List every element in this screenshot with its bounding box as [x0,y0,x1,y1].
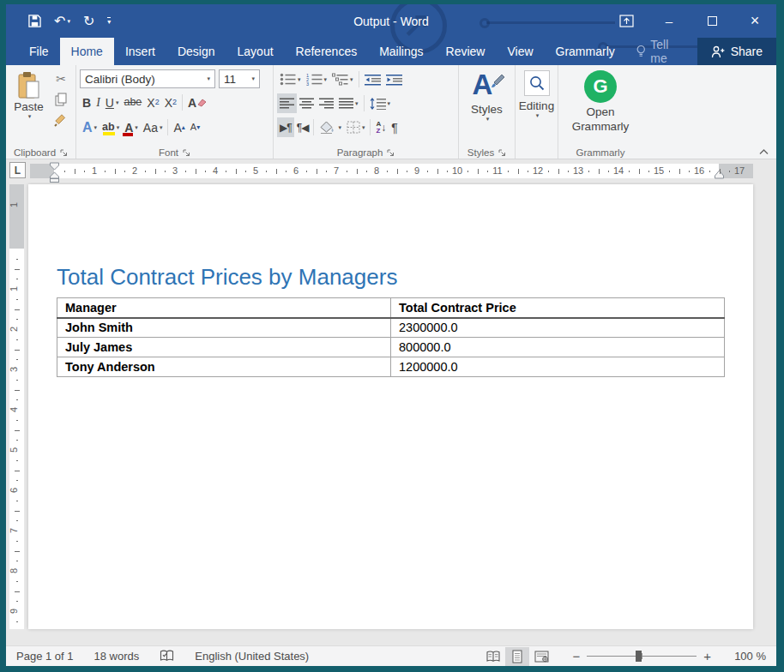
tab-grammarly[interactable]: Grammarly [545,38,626,65]
tab-mailings[interactable]: Mailings [368,38,434,65]
print-layout-button[interactable] [505,647,529,666]
line-spacing-button[interactable]: ▾ [367,93,394,113]
paste-button[interactable]: Paste ▾ [9,69,48,130]
tab-layout[interactable]: Layout [226,38,285,65]
clear-formatting-button[interactable]: A [185,93,209,112]
table-cell-price[interactable]: 800000.0 [391,338,725,357]
ruler-tick [16,581,18,582]
strikethrough-button[interactable]: abe [121,93,144,112]
show-formatting-button[interactable]: ¶ [389,117,401,137]
styles-dialog-launcher[interactable] [498,149,506,157]
text-effects-button[interactable]: A▾ [80,117,100,137]
close-button[interactable]: × [733,9,776,34]
table-cell-price[interactable]: 2300000.0 [391,318,725,338]
multilevel-list-button[interactable]: ▾ [329,69,356,89]
align-left-button[interactable] [277,93,297,113]
sort-button[interactable]: AZ ↓ [373,117,389,137]
copy-button[interactable] [50,89,72,110]
grow-font-button[interactable]: A▴ [171,117,187,137]
ruler-tick [648,171,649,172]
subscript-button[interactable]: X2 [144,93,161,112]
change-case-button[interactable]: Aa▾ [141,117,166,137]
styles-button[interactable]: A Styles ▾ [462,69,511,123]
align-right-button[interactable] [317,93,336,113]
read-mode-button[interactable] [481,647,505,666]
justify-button[interactable]: ▾ [336,93,361,113]
font-name-combobox[interactable]: Calibri (Body) ▾ [80,69,215,88]
table-cell-manager[interactable]: Tony Anderson [57,357,391,377]
zoom-slider-handle[interactable] [636,651,642,662]
tell-me-button[interactable]: Tell me [626,38,697,65]
ruler-tick [16,561,18,561]
format-painter-button[interactable] [50,110,72,130]
tab-references[interactable]: References [285,38,369,65]
font-name-caret-icon: ▾ [207,75,210,82]
tab-file[interactable]: File [18,38,60,65]
proofing-status-icon[interactable] [160,650,174,663]
page-indicator[interactable]: Page 1 of 1 [16,650,74,663]
table-row: Tony Anderson1200000.0 [57,357,725,377]
ruler-tick [407,171,407,172]
tab-view[interactable]: View [496,38,544,65]
table-cell-price[interactable]: 1200000.0 [391,357,725,377]
shading-button[interactable]: ▾ [317,117,344,137]
table-header-manager[interactable]: Manager [57,298,391,318]
superscript-button[interactable]: X2 [162,93,179,112]
ruler-tick [16,601,18,602]
highlight-button[interactable]: ab▾ [100,117,122,137]
horizontal-ruler[interactable]: 1234567891011121314151617 [30,164,753,178]
table-cell-manager[interactable]: John Smith [57,318,391,338]
open-grammarly-button[interactable]: G Open Grammarly [562,69,639,135]
ruler-number: 11 [492,165,502,176]
ruler-tick [689,171,690,172]
zoom-out-button[interactable]: − [565,649,587,663]
decrease-indent-button[interactable] [362,69,383,89]
numbering-button[interactable]: 123 ▾ [304,69,330,89]
ribbon-tab-row: FileHomeInsertDesignLayoutReferencesMail… [6,38,776,65]
web-layout-button[interactable] [529,647,553,666]
paragraph-dialog-launcher[interactable] [387,149,395,157]
tab-review[interactable]: Review [435,38,497,65]
tab-home[interactable]: Home [60,38,114,65]
ruler-tick [357,169,358,174]
indent-markers[interactable] [49,162,60,183]
editing-button[interactable]: Editing ▾ [519,69,554,119]
font-dialog-launcher[interactable] [183,149,190,157]
document-heading[interactable]: Total Contract Prices by Managers [57,264,725,291]
increase-indent-button[interactable] [383,69,405,89]
tab-selector[interactable]: L [9,162,26,178]
font-size-combobox[interactable]: 11 ▾ [219,69,260,88]
collapse-ribbon-button[interactable] [758,148,769,155]
tab-insert[interactable]: Insert [114,38,166,65]
share-button[interactable]: Share [697,38,776,65]
borders-button[interactable]: ▾ [344,117,368,137]
tab-design[interactable]: Design [166,38,226,65]
maximize-button[interactable] [691,9,733,34]
left-to-right-button[interactable]: ▶¶ [277,117,294,137]
table-cell-manager[interactable]: July James [57,338,391,357]
cut-button[interactable]: ✂ [50,69,72,89]
zoom-in-button[interactable]: + [697,649,718,663]
clipboard-dialog-launcher[interactable] [60,149,68,157]
ribbon-display-options-button[interactable] [605,9,648,34]
align-center-button[interactable] [297,93,317,113]
shrink-font-button[interactable]: A▾ [188,117,202,137]
underline-button[interactable]: U▾ [103,93,122,112]
right-to-left-button[interactable]: ¶◀ [294,117,311,137]
styles-caret-icon: ▾ [486,116,490,123]
font-color-button[interactable]: A▾ [122,117,141,137]
document-page[interactable]: Total Contract Prices by Managers Manage… [28,184,753,629]
table-header-price[interactable]: Total Contract Price [391,298,725,318]
bold-button[interactable]: B [80,93,93,112]
language-indicator[interactable]: English (United States) [195,650,309,663]
zoom-slider[interactable] [587,656,697,657]
ruler-tick [629,171,630,172]
minimize-button[interactable]: – [648,9,691,34]
font-name-value: Calibri (Body) [85,73,155,86]
word-count[interactable]: 18 words [94,650,140,663]
zoom-percentage[interactable]: 100 % [728,650,766,663]
italic-button[interactable]: I [93,93,103,112]
titlebar[interactable]: ↶▾ ↻ ▾ Output - Word – × [6,4,776,38]
bullets-button[interactable]: ▾ [277,69,304,89]
vertical-ruler[interactable]: 1123456789 [9,184,24,629]
